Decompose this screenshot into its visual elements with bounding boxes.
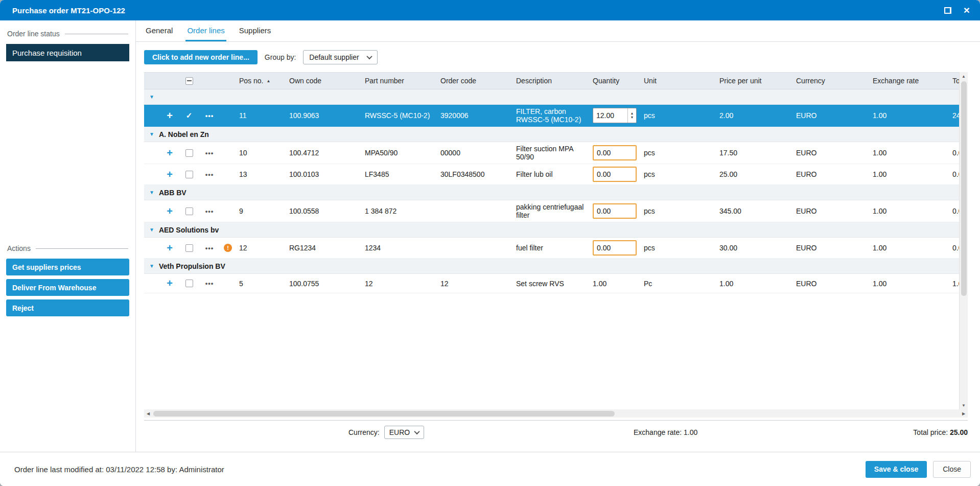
spinner-up-icon[interactable]: ▲ [631,111,634,115]
warning-cell [221,106,235,125]
warning-cell [221,275,235,291]
col-header-exchange-rate[interactable]: Exchange rate [869,76,948,86]
group-header-row[interactable]: ▼ [144,89,959,105]
scroll-left-icon[interactable]: ◀ [144,411,152,416]
quantity-input[interactable]: 0.00 [593,203,637,219]
quantity-input[interactable]: 0.00 [593,240,637,256]
save-close-button[interactable]: Save & close [866,461,927,478]
add-line-plus-icon[interactable]: + [159,202,180,220]
collapse-group-icon[interactable]: ▼ [149,263,154,269]
close-button[interactable]: Close [933,461,971,478]
add-line-plus-icon[interactable]: + [159,239,180,257]
row-menu-icon[interactable]: ••• [198,202,221,220]
order-line-row[interactable]: +•••13100.0103LF348530LF0348500Filter lu… [144,164,959,185]
row-menu-icon[interactable]: ••• [198,106,221,125]
part-number-cell: 1 384 872 [361,206,436,216]
tab-general[interactable]: General [144,20,174,41]
collapse-group-icon[interactable]: ▼ [149,131,154,137]
row-checkbox-cell [180,275,198,291]
exchange-rate-cell: 1.00 [869,110,948,121]
order-line-row[interactable]: +•••5100.07551212Set screw RVS1.00Pc1.00… [144,274,959,293]
add-line-plus-icon[interactable]: + [159,106,180,125]
group-name: AED Solutions bv [159,226,219,234]
order-line-row[interactable]: +•••10100.4712MPA50/9000000Filter suctio… [144,142,959,164]
collapse-group-icon[interactable]: ▼ [149,94,154,100]
row-checkbox[interactable] [185,207,193,215]
scroll-down-icon[interactable]: ▼ [960,401,968,409]
vertical-scrollbar-thumb[interactable] [961,81,967,296]
warning-header-cell [221,73,235,89]
currency-select[interactable]: EURO [384,426,424,439]
group-header-row[interactable]: ▼Veth Propulsion BV [144,259,959,274]
exchange-rate-value: 1.00 [684,428,697,436]
horizontal-scrollbar-thumb[interactable] [153,411,615,416]
tab-suppliers[interactable]: Suppliers [238,20,273,41]
add-order-line-button[interactable]: Click to add new order line... [144,50,258,64]
pos-no-cell: 13 [235,169,285,179]
group-header-row[interactable]: ▼A. Nobel en Zn [144,127,959,142]
vertical-scrollbar[interactable]: ▲ ▼ [959,72,968,409]
scroll-right-icon[interactable]: ▶ [960,411,968,416]
order-code-cell: 3920006 [436,110,512,121]
indent-cell [144,106,159,125]
close-window-icon[interactable]: × [964,5,970,15]
reject-button[interactable]: Reject [6,299,129,316]
price-per-unit-cell: 2.00 [715,110,792,121]
col-header-pos-no[interactable]: Pos no. ▲ [235,76,285,86]
row-menu-icon[interactable]: ••• [198,144,221,162]
col-header-part-number[interactable]: Part number [361,76,436,86]
col-header-description[interactable]: Description [512,76,589,86]
collapse-group-icon[interactable]: ▼ [149,227,154,233]
description-cell: pakking centriefugaal filter [512,202,589,220]
row-menu-icon[interactable]: ••• [198,239,221,257]
order-line-row[interactable]: +✓•••11100.9063RWSSC-5 (MC10-2)3920006FI… [144,105,959,127]
col-header-order-code[interactable]: Order code [436,76,512,86]
col-header-price-per-unit[interactable]: Price per unit [715,76,792,86]
quantity-spinner[interactable]: 12.00▲▼ [593,108,637,123]
row-checkbox[interactable] [185,149,193,157]
quantity-input[interactable]: 0.00 [593,145,637,160]
col-header-total-price[interactable]: Total price [948,76,959,86]
horizontal-scrollbar[interactable]: ◀ ▶ [144,409,968,418]
order-code-cell [436,210,512,212]
restore-window-button[interactable] [944,7,951,14]
quantity-value: 1.00 [593,280,606,288]
spinner-buttons[interactable]: ▲▼ [627,108,636,123]
col-header-unit[interactable]: Unit [640,76,715,86]
row-checkbox[interactable] [185,280,193,287]
deliver-from-warehouse-button[interactable]: Deliver From Warehouse [6,279,129,296]
get-suppliers-prices-button[interactable]: Get suppliers prices [6,259,129,275]
add-line-plus-icon[interactable]: + [159,275,180,291]
exchange-rate-cell: 1.00 [869,243,948,253]
row-menu-icon[interactable]: ••• [198,275,221,291]
pos-no-cell: 9 [235,206,285,216]
status-item-purchase-requisition[interactable]: Purchase requisition [6,44,129,61]
order-line-row[interactable]: +•••9100.05581 384 872pakking centriefug… [144,200,959,222]
col-header-quantity[interactable]: Quantity [589,76,640,86]
add-line-plus-icon[interactable]: + [159,144,180,162]
scroll-up-icon[interactable]: ▲ [960,72,968,80]
window-body: Order line status Purchase requisition A… [0,20,980,452]
description-cell: FILTER, carbon RWSSC-5 (MC10-2) [512,106,589,125]
group-by-select[interactable]: Default supplier [303,50,377,64]
spinner-down-icon[interactable]: ▼ [631,115,634,120]
group-header-row[interactable]: ▼AED Solutions bv [144,222,959,238]
group-header-row[interactable]: ▼ABB BV [144,185,959,200]
add-line-plus-icon[interactable]: + [159,166,180,183]
row-checked-icon[interactable]: ✓ [180,106,198,125]
currency-value: EURO [389,428,410,436]
collapse-group-icon[interactable]: ▼ [149,190,154,195]
order-lines-toolbar: Click to add new order line... Group by:… [136,42,980,72]
quantity-value: 0.00 [597,244,611,252]
order-line-row[interactable]: +•••!12RG12341234fuel filter0.00pcs30.00… [144,238,959,259]
row-checkbox[interactable] [185,244,193,252]
col-header-own-code[interactable]: Own code [285,76,361,86]
quantity-input[interactable]: 0.00 [593,167,637,182]
unit-cell: pcs [640,243,715,253]
tab-order-lines[interactable]: Order lines [185,20,226,41]
row-menu-icon[interactable]: ••• [198,166,221,183]
row-checkbox[interactable] [185,171,193,178]
warning-cell [221,202,235,220]
select-all-checkbox[interactable] [185,77,193,85]
col-header-currency[interactable]: Currency [792,76,869,86]
